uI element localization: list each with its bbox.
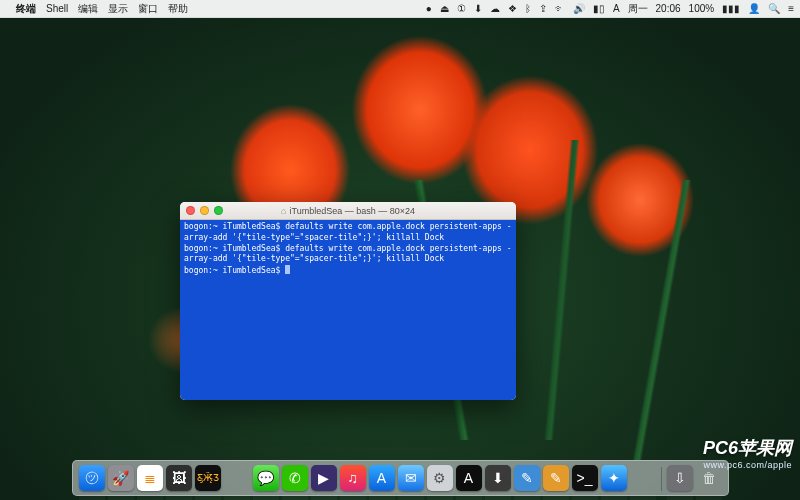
menu-view[interactable]: 显示 [108, 2, 128, 16]
notification-center-icon[interactable]: ≡ [788, 3, 794, 14]
window-title: iTumbledSea — bash — 80×24 [289, 206, 415, 216]
watermark-url: www.pc6.com/apple [703, 460, 792, 470]
menu-edit[interactable]: 编辑 [78, 2, 98, 16]
dock-butterfly[interactable]: Ƹ̵̡Ӝ̵̨̄Ʒ [195, 465, 221, 491]
zoom-button[interactable] [214, 206, 223, 215]
menu-window[interactable]: 窗口 [138, 2, 158, 16]
minimize-button[interactable] [200, 206, 209, 215]
battery2-icon[interactable]: ▮▯ [593, 3, 605, 14]
dock-launchpad[interactable]: 🚀 [108, 465, 134, 491]
menubar: 终端 Shell 编辑 显示 窗口 帮助 ● ⏏ ① ⬇ ☁ ❖ ᛒ ⇪ ᯤ 🔊… [0, 0, 800, 18]
dock-fontbook[interactable]: A [456, 465, 482, 491]
dock-itunes[interactable]: ♫ [340, 465, 366, 491]
dock-messages[interactable]: 💬 [253, 465, 279, 491]
terminal-line: bogon:~ iTumbledSea$ defaults write com.… [184, 222, 512, 244]
dock-safari[interactable]: ✦ [601, 465, 627, 491]
clock-time[interactable]: 20:06 [656, 3, 681, 14]
terminal-window[interactable]: ⌂ iTumbledSea — bash — 80×24 bogon:~ iTu… [180, 202, 516, 400]
terminal-content[interactable]: bogon:~ iTumbledSea$ defaults write com.… [180, 220, 516, 400]
dock-separator [661, 467, 662, 491]
dock-settings[interactable]: ⚙ [427, 465, 453, 491]
user-icon[interactable]: 👤 [748, 3, 760, 14]
spotlight-icon[interactable]: 🔍 [768, 3, 780, 14]
dock-finder[interactable]: ㋡ [79, 465, 105, 491]
menu-help[interactable]: 帮助 [168, 2, 188, 16]
cursor [285, 265, 290, 274]
dock-folder[interactable]: ✎ [514, 465, 540, 491]
dock-mail[interactable]: ✉ [398, 465, 424, 491]
circled-one-icon[interactable]: ① [457, 3, 466, 14]
dock: ㋡🚀≣🖼Ƹ̵̡Ӝ̵̨̄Ʒ💬✆▶♫A✉⚙A⬇✎✎>_✦⇩🗑 [72, 460, 729, 496]
dock-spacer2[interactable] [630, 465, 656, 491]
caps-icon[interactable]: ⇪ [539, 3, 547, 14]
dock-preview[interactable]: 🖼 [166, 465, 192, 491]
status-dot-icon[interactable]: ● [426, 3, 432, 14]
eject-icon[interactable]: ⏏ [440, 3, 449, 14]
terminal-prompt: bogon:~ iTumbledSea$ [184, 265, 512, 277]
dock-terminal[interactable]: >_ [572, 465, 598, 491]
watermark: PC6苹果网 www.pc6.com/apple [703, 436, 792, 470]
dock-reminders[interactable]: ≣ [137, 465, 163, 491]
input-source-icon[interactable]: A [613, 3, 620, 14]
clock-day[interactable]: 周一 [628, 2, 648, 16]
bluetooth-icon[interactable]: ᛒ [525, 3, 531, 14]
app-menu-name[interactable]: 终端 [16, 2, 36, 16]
terminal-line: bogon:~ iTumbledSea$ defaults write com.… [184, 244, 512, 266]
diamond-icon[interactable]: ❖ [508, 3, 517, 14]
dock-downloads-stack[interactable]: ⇩ [667, 465, 693, 491]
home-icon: ⌂ [281, 206, 286, 216]
battery-icon[interactable]: ▮▮▮ [722, 3, 740, 14]
watermark-title: PC6苹果网 [703, 436, 792, 460]
dock-wechat[interactable]: ✆ [282, 465, 308, 491]
battery-percent[interactable]: 100% [689, 3, 715, 14]
menubar-right: ● ⏏ ① ⬇ ☁ ❖ ᛒ ⇪ ᯤ 🔊 ▮▯ A 周一 20:06 100% ▮… [426, 2, 794, 16]
wifi-icon[interactable]: ᯤ [555, 3, 565, 14]
download-icon[interactable]: ⬇ [474, 3, 482, 14]
dock-mpv[interactable]: ▶ [311, 465, 337, 491]
volume-icon[interactable]: 🔊 [573, 3, 585, 14]
dock-download[interactable]: ⬇ [485, 465, 511, 491]
dock-appstore[interactable]: A [369, 465, 395, 491]
dock-notes[interactable]: ✎ [543, 465, 569, 491]
cloud-icon[interactable]: ☁ [490, 3, 500, 14]
close-button[interactable] [186, 206, 195, 215]
window-titlebar[interactable]: ⌂ iTumbledSea — bash — 80×24 [180, 202, 516, 220]
menu-shell[interactable]: Shell [46, 3, 68, 14]
dock-spacer1[interactable] [224, 465, 250, 491]
